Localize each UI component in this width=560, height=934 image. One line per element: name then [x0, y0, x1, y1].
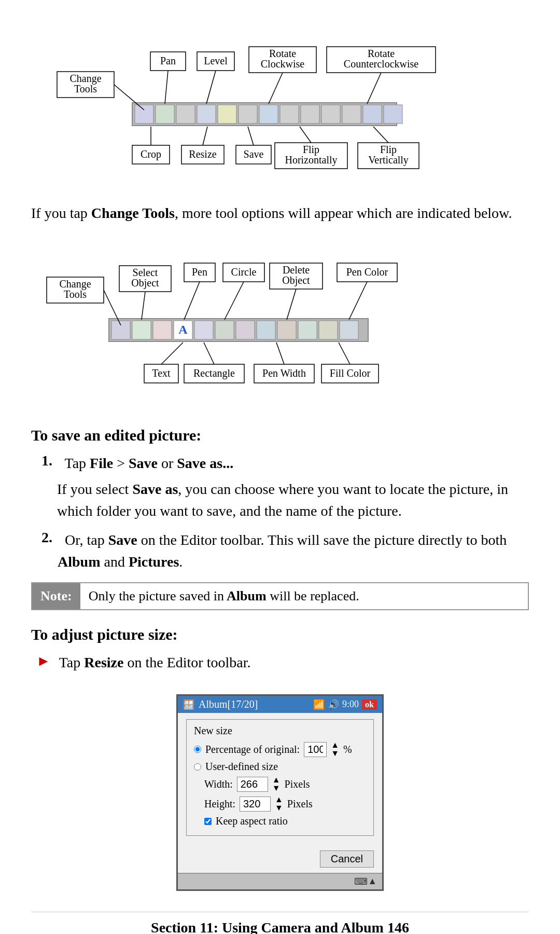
- aspect-ratio-row: Keep aspect ratio: [194, 815, 366, 827]
- height-row: Height: ▲▼ Pixels: [194, 795, 366, 812]
- user-defined-row: User-defined size: [194, 761, 366, 773]
- width-unit: Pixels: [285, 778, 310, 790]
- svg-rect-61: [319, 321, 338, 339]
- page-footer: Section 11: Using Camera and Album 146: [31, 912, 529, 934]
- taskbar-arrow-icon[interactable]: ▲: [368, 876, 377, 887]
- svg-rect-1: [135, 105, 153, 123]
- svg-rect-14: [57, 72, 114, 98]
- step-2-num: 2.: [41, 529, 52, 573]
- step-1-text: Tap File > Save or Save as...: [58, 452, 233, 474]
- svg-rect-21: [197, 52, 234, 71]
- svg-text:Pan: Pan: [160, 55, 176, 66]
- user-defined-radio[interactable]: [194, 763, 201, 771]
- svg-rect-50: [111, 321, 130, 339]
- svg-rect-58: [257, 321, 275, 339]
- dialog-titlebar: 🪟 Album[17/20] 📶 🔊 9:00 ok: [178, 696, 382, 713]
- svg-rect-38: [236, 145, 271, 164]
- svg-text:Rotate: Rotate: [368, 48, 395, 59]
- svg-text:Object: Object: [282, 274, 310, 286]
- svg-rect-32: [132, 145, 170, 164]
- svg-line-76: [225, 282, 244, 320]
- svg-text:Select: Select: [133, 267, 158, 278]
- height-spinner[interactable]: ▲▼: [275, 795, 283, 812]
- ok-button-icon[interactable]: ok: [362, 699, 377, 710]
- svg-text:A: A: [178, 323, 188, 336]
- note-content: Only the picture saved in Album will be …: [80, 583, 368, 609]
- svg-text:Pen: Pen: [192, 266, 207, 278]
- percentage-unit: %: [343, 744, 352, 756]
- keyboard-icon[interactable]: ⌨: [354, 876, 368, 887]
- percentage-radio[interactable]: [194, 746, 201, 753]
- windows-logo-icon: 🪟: [183, 699, 194, 710]
- svg-line-92: [276, 342, 284, 364]
- svg-rect-77: [270, 263, 323, 289]
- svg-rect-7: [259, 105, 278, 123]
- svg-line-40: [248, 127, 254, 145]
- svg-line-95: [339, 342, 350, 364]
- svg-rect-11: [342, 105, 361, 123]
- width-input[interactable]: [237, 777, 268, 792]
- svg-text:Change: Change: [59, 278, 91, 290]
- step-2-text: Or, tap Save on the Editor toolbar. This…: [58, 529, 529, 573]
- aspect-ratio-checkbox[interactable]: [204, 818, 212, 825]
- svg-rect-62: [340, 321, 358, 339]
- svg-rect-67: [119, 266, 171, 292]
- svg-line-27: [269, 73, 283, 104]
- svg-text:Pen Width: Pen Width: [262, 367, 306, 379]
- svg-text:Level: Level: [204, 55, 228, 66]
- new-size-group: New size Percentage of original: ▲▼ % Us…: [186, 719, 374, 836]
- svg-text:Counterclockwise: Counterclockwise: [344, 58, 419, 70]
- svg-rect-90: [254, 364, 314, 383]
- height-input[interactable]: [240, 796, 271, 812]
- svg-line-66: [104, 290, 121, 325]
- svg-rect-2: [156, 105, 174, 123]
- time-display: 9:00: [342, 699, 359, 710]
- svg-rect-0: [132, 103, 397, 126]
- dialog-titlebar-icons: 📶 🔊 9:00 ok: [313, 699, 377, 710]
- svg-line-44: [300, 127, 311, 143]
- svg-line-73: [184, 282, 200, 320]
- user-defined-label: User-defined size: [205, 761, 278, 773]
- svg-line-86: [161, 342, 183, 364]
- percentage-spinner[interactable]: ▲▼: [331, 741, 339, 758]
- svg-rect-51: [132, 321, 151, 339]
- percentage-input[interactable]: [304, 742, 327, 757]
- svg-line-70: [142, 292, 145, 320]
- svg-text:Delete: Delete: [283, 264, 310, 276]
- svg-rect-84: [144, 364, 178, 383]
- svg-text:Rotate: Rotate: [269, 48, 296, 59]
- svg-line-23: [206, 71, 216, 104]
- svg-text:Tools: Tools: [74, 83, 97, 94]
- aspect-ratio-label: Keep aspect ratio: [216, 815, 288, 827]
- svg-rect-81: [337, 263, 397, 282]
- svg-rect-6: [239, 105, 257, 123]
- svg-rect-45: [358, 143, 419, 169]
- width-spinner[interactable]: ▲▼: [272, 776, 281, 792]
- svg-rect-71: [184, 263, 215, 282]
- svg-rect-5: [218, 105, 236, 123]
- svg-rect-9: [301, 105, 319, 123]
- percentage-label: Percentage of original:: [205, 744, 300, 756]
- note-box: Note: Only the picture saved in Album wi…: [31, 582, 529, 610]
- svg-rect-60: [298, 321, 317, 339]
- svg-text:Fill Color: Fill Color: [330, 367, 371, 379]
- svg-rect-49: [109, 319, 368, 341]
- svg-rect-53: [174, 321, 192, 339]
- dialog-title-text: Album[17/20]: [199, 698, 258, 710]
- intro-text: If you tap Change Tools, more tool optio…: [31, 202, 529, 224]
- svg-rect-10: [321, 105, 340, 123]
- step-1-extra: If you select Save as, you can choose wh…: [57, 478, 529, 522]
- svg-rect-12: [363, 105, 382, 123]
- svg-rect-24: [249, 47, 316, 73]
- dialog-taskbar: ⌨ ▲: [178, 873, 382, 889]
- svg-rect-3: [176, 105, 195, 123]
- svg-text:Crop: Crop: [141, 148, 161, 160]
- cancel-button[interactable]: Cancel: [320, 850, 374, 868]
- svg-text:Flip: Flip: [303, 144, 319, 156]
- toolbar-diagram-1: Change Tools Pan Level Rotate Clockwise …: [31, 26, 529, 192]
- volume-icon: 🔊: [328, 699, 339, 710]
- svg-rect-56: [215, 321, 234, 339]
- step-1-num: 1.: [41, 452, 52, 474]
- svg-line-80: [287, 289, 296, 320]
- svg-rect-28: [327, 47, 436, 73]
